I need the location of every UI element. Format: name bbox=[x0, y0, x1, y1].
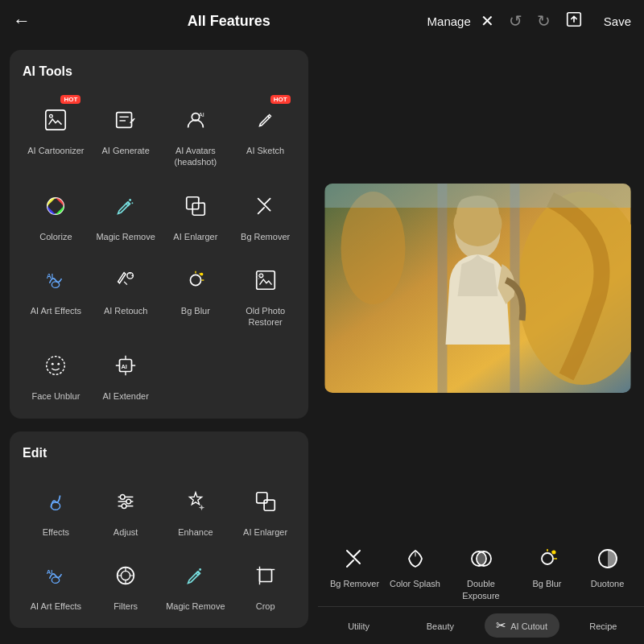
bottom-tool-bg-remover[interactable]: Bg Remover bbox=[324, 538, 385, 603]
bottom-tool-label: Color Splash bbox=[390, 578, 440, 589]
svg-point-40 bbox=[52, 577, 60, 584]
svg-point-27 bbox=[58, 363, 60, 365]
bottom-tool-label: Bg Blur bbox=[532, 578, 561, 589]
tool-label: Magic Remove bbox=[96, 231, 155, 242]
tool-label: AI Avatars (headshot) bbox=[164, 145, 228, 168]
svg-point-26 bbox=[52, 363, 54, 365]
tool-ai-sketch[interactable]: HOT AI Sketch bbox=[232, 93, 299, 173]
edit-section: Edit Effects bbox=[10, 431, 308, 629]
bottom-nav: Utility Beauty ✂ AI Cutout Recipe bbox=[318, 606, 644, 644]
svg-point-14 bbox=[52, 282, 60, 288]
tool-bg-blur[interactable]: Bg Blur bbox=[163, 254, 229, 333]
export-icon[interactable] bbox=[565, 10, 583, 32]
svg-point-30 bbox=[52, 502, 60, 510]
tool-label: AI Sketch bbox=[246, 145, 284, 156]
svg-text:AI: AI bbox=[199, 111, 204, 118]
tool-label: AI Art Effects bbox=[31, 305, 81, 316]
svg-rect-21 bbox=[256, 271, 275, 290]
nav-label: Beauty bbox=[427, 621, 454, 632]
tool-ai-avatars[interactable]: AI AI Avatars (headshot) bbox=[163, 93, 229, 173]
tool-ai-art-effects[interactable]: AI AI Art Effects bbox=[23, 254, 89, 333]
close-icon[interactable]: ✕ bbox=[481, 11, 494, 31]
top-bar: ← All Features Manage ✕ ↺ ↻ Save bbox=[0, 0, 644, 42]
tool-effects[interactable]: Effects bbox=[23, 475, 89, 543]
bottom-tool-bg-blur[interactable]: Bg Blur bbox=[517, 538, 577, 603]
svg-point-25 bbox=[47, 357, 65, 375]
nav-tab-recipe[interactable]: Recipe bbox=[566, 613, 641, 638]
bottom-tool-label: Bg Remover bbox=[330, 578, 379, 589]
bottom-tool-label: Duotone bbox=[591, 578, 625, 589]
bottom-tool-color-splash[interactable]: Color Splash bbox=[385, 538, 445, 603]
tool-label: AI Cartoonizer bbox=[27, 145, 84, 156]
tool-ai-retouch[interactable]: AI Retouch bbox=[93, 254, 159, 333]
tool-label: Old Photo Restorer bbox=[233, 305, 297, 328]
main-layout: AI Tools HOT AI Cartoonizer bbox=[0, 42, 644, 644]
tool-label: Enhance bbox=[178, 526, 213, 538]
tool-colorize[interactable]: Colorize bbox=[23, 180, 89, 247]
tool-magic-remove[interactable]: Magic Remove bbox=[93, 180, 159, 247]
ai-tools-section: AI Tools HOT AI Cartoonizer bbox=[10, 50, 308, 419]
svg-point-42 bbox=[122, 571, 130, 580]
tool-adjust[interactable]: Adjust bbox=[93, 475, 159, 543]
edit-tools-grid: Effects Adjust bbox=[23, 475, 299, 617]
tool-label: AI Enlarger bbox=[243, 526, 287, 538]
tool-ai-enlarger-edit[interactable]: AI Enlarger bbox=[232, 475, 299, 543]
nav-tab-beauty[interactable]: Beauty bbox=[402, 613, 477, 638]
tool-ai-cartoonizer[interactable]: HOT AI Cartoonizer bbox=[23, 93, 89, 173]
tool-ai-extender[interactable]: AI AI Extender bbox=[93, 339, 159, 407]
top-bar-actions: ✕ ↺ ↻ Save bbox=[481, 10, 631, 32]
tool-enhance[interactable]: Enhance bbox=[163, 475, 229, 543]
svg-point-10 bbox=[132, 202, 134, 204]
svg-point-9 bbox=[129, 199, 131, 201]
tool-label: Bg Blur bbox=[181, 305, 210, 316]
tool-label: AI Extender bbox=[102, 390, 148, 402]
tool-ai-art-effects-edit[interactable]: AI AI Art Effects bbox=[23, 549, 89, 617]
nav-label: AI Cutout bbox=[510, 621, 547, 632]
nav-label: Recipe bbox=[589, 621, 617, 632]
tool-bg-remover[interactable]: Bg Remover bbox=[232, 180, 299, 247]
tool-label: Face Unblur bbox=[31, 390, 80, 402]
tool-label: Filters bbox=[114, 601, 138, 612]
right-panel: Bg Remover Color Splash bbox=[318, 42, 644, 644]
tool-filters[interactable]: Filters bbox=[93, 549, 159, 617]
redo-icon[interactable]: ↻ bbox=[537, 11, 551, 31]
undo-icon[interactable]: ↺ bbox=[509, 11, 522, 31]
ai-tools-title: AI Tools bbox=[23, 64, 299, 79]
tool-label: Magic Remove bbox=[166, 601, 225, 612]
svg-rect-50 bbox=[438, 184, 448, 393]
nav-tab-ai-cutout[interactable]: ✂ AI Cutout bbox=[485, 613, 559, 638]
tool-ai-generate[interactable]: AI Generate bbox=[93, 93, 159, 173]
svg-point-2 bbox=[50, 114, 53, 118]
svg-point-57 bbox=[542, 553, 553, 564]
bottom-tool-duotone[interactable]: Duotone bbox=[577, 538, 638, 603]
svg-rect-38 bbox=[264, 500, 275, 510]
tool-face-unblur[interactable]: Face Unblur bbox=[23, 339, 89, 407]
tool-label: Colorize bbox=[39, 231, 72, 242]
tool-label: AI Generate bbox=[101, 145, 149, 156]
ai-tools-grid: HOT AI Cartoonizer bbox=[23, 93, 299, 407]
tool-magic-remove-edit[interactable]: Magic Remove bbox=[163, 549, 229, 617]
tool-label: Bg Remover bbox=[241, 231, 290, 242]
save-button[interactable]: Save bbox=[604, 14, 631, 28]
back-button[interactable]: ← bbox=[13, 10, 31, 31]
svg-point-36 bbox=[122, 504, 126, 509]
tool-label: AI Retouch bbox=[104, 305, 147, 316]
tool-crop[interactable]: Crop bbox=[232, 549, 299, 617]
tool-old-photo-restorer[interactable]: Old Photo Restorer bbox=[232, 254, 299, 333]
tool-ai-enlarger[interactable]: AI Enlarger bbox=[163, 180, 229, 247]
svg-rect-54 bbox=[325, 184, 631, 208]
hot-badge: HOT bbox=[270, 95, 291, 104]
svg-point-34 bbox=[121, 494, 126, 499]
svg-rect-1 bbox=[46, 110, 65, 130]
bottom-tool-double-exposure[interactable]: Double Exposure bbox=[445, 538, 517, 603]
photo-area bbox=[318, 42, 644, 528]
manage-button[interactable]: Manage bbox=[427, 14, 471, 28]
svg-point-49 bbox=[341, 192, 406, 304]
svg-point-35 bbox=[126, 499, 131, 504]
bottom-tool-label: Double Exposure bbox=[448, 578, 514, 601]
tool-label: Crop bbox=[256, 601, 275, 612]
bottom-tools-row: Bg Remover Color Splash bbox=[318, 531, 644, 606]
nav-tab-utility[interactable]: Utility bbox=[321, 613, 396, 638]
scissors-icon: ✂ bbox=[496, 618, 506, 633]
nav-label: Utility bbox=[348, 621, 369, 632]
